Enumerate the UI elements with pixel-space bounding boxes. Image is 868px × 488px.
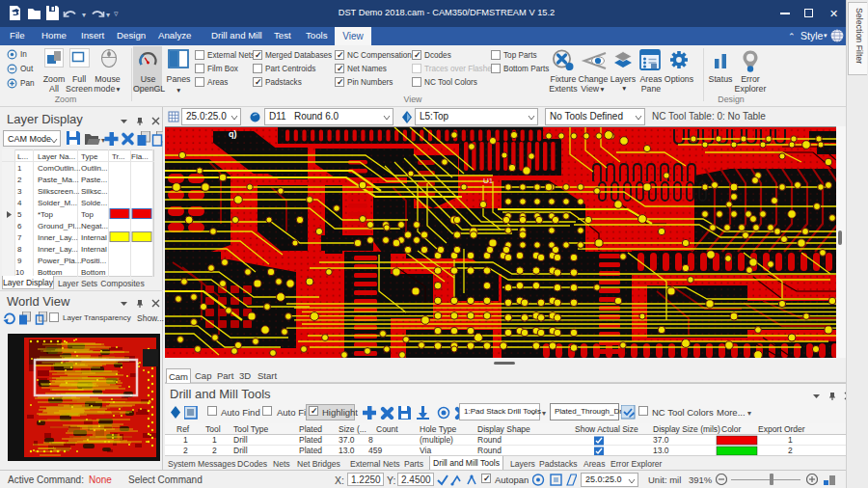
svg-text:Internal: Internal: [81, 245, 107, 254]
svg-text:13.0: 13.0: [339, 446, 355, 455]
svg-text:Solde...: Solde...: [81, 199, 107, 207]
svg-text:Solder_M...: Solder_M...: [38, 199, 77, 207]
svg-text:Inner_Lay...: Inner_Lay...: [38, 245, 78, 254]
svg-text:459: 459: [368, 446, 382, 455]
svg-text:37.0: 37.0: [653, 435, 669, 445]
svg-text:Show Actual Size: Show Actual Size: [575, 424, 638, 434]
svg-text:Hole Type: Hole Type: [420, 424, 456, 434]
svg-text:Outlin...: Outlin...: [81, 164, 108, 173]
svg-text:ComOutlin...: ComOutlin...: [38, 164, 80, 173]
svg-text:Drill: Drill: [233, 435, 248, 445]
svg-text:4: 4: [17, 199, 22, 207]
svg-text:Display Size (mils): Display Size (mils): [653, 424, 720, 434]
svg-text:Count: Count: [376, 424, 398, 434]
svg-text:37.0: 37.0: [339, 435, 355, 445]
svg-text:2: 2: [212, 446, 217, 455]
svg-text:▾: ▾: [106, 11, 110, 19]
svg-text:1: 1: [788, 435, 793, 445]
svg-text:U1: U1: [483, 176, 494, 185]
svg-text:▾: ▾: [82, 11, 86, 19]
svg-text:Layer Na...: Layer Na...: [38, 152, 75, 161]
svg-text:Tr...: Tr...: [112, 152, 124, 161]
svg-text:Bottom: Bottom: [81, 268, 106, 277]
svg-text:Via: Via: [420, 446, 431, 455]
svg-text:▾: ▾: [101, 136, 105, 145]
svg-text:Type: Type: [81, 152, 98, 161]
svg-text:Plated: Plated: [299, 435, 322, 445]
svg-text:Internal: Internal: [81, 233, 107, 242]
svg-text:Paste...: Paste...: [81, 176, 107, 184]
svg-text:6: 6: [17, 222, 22, 230]
svg-text:▿: ▿: [114, 9, 119, 18]
svg-text:Silkscreen...: Silkscreen...: [38, 187, 80, 196]
svg-text:Plated: Plated: [299, 446, 322, 455]
svg-text:1: 1: [183, 435, 188, 445]
svg-text:Display Shape: Display Shape: [477, 424, 530, 434]
svg-text:Tool: Tool: [205, 424, 221, 434]
svg-text:1: 1: [212, 435, 217, 445]
svg-text:9: 9: [17, 257, 22, 265]
svg-text:1: 1: [17, 164, 22, 173]
svg-text:Ground_Pl...: Ground_Pl...: [38, 222, 81, 230]
svg-text:2: 2: [788, 446, 793, 455]
svg-text:2: 2: [183, 446, 188, 455]
svg-text:Negat...: Negat...: [81, 222, 108, 230]
svg-text:Fla...: Fla...: [131, 152, 149, 161]
svg-text:Size (...: Size (...: [339, 424, 366, 434]
svg-text:Color: Color: [721, 424, 741, 434]
svg-text:Ref: Ref: [176, 424, 190, 434]
svg-text:L...: L...: [17, 152, 28, 161]
svg-text:5: 5: [17, 210, 22, 219]
svg-text:Silksc...: Silksc...: [81, 187, 108, 196]
svg-text:Drill: Drill: [233, 446, 248, 455]
svg-text:7: 7: [17, 233, 22, 242]
svg-text:8: 8: [368, 435, 373, 445]
svg-text:(multiple): (multiple): [420, 435, 453, 445]
svg-text:Round: Round: [477, 435, 502, 445]
svg-text:8: 8: [17, 245, 22, 254]
svg-text:13.0: 13.0: [653, 446, 669, 455]
svg-text:2: 2: [17, 176, 22, 184]
svg-text:Tool Type: Tool Type: [233, 424, 269, 434]
svg-text:*Top: *Top: [38, 210, 54, 219]
svg-text:q): q): [229, 129, 237, 139]
svg-text:Top: Top: [81, 210, 94, 219]
svg-text:3: 3: [17, 187, 22, 196]
svg-text:Paste_Ma...: Paste_Ma...: [38, 176, 79, 184]
svg-text:Inner_Lay...: Inner_Lay...: [38, 233, 78, 242]
svg-text:Power_Pla...: Power_Pla...: [38, 257, 81, 265]
svg-text:Positi...: Positi...: [81, 257, 106, 265]
svg-text:Round: Round: [477, 446, 502, 455]
svg-text:Plated: Plated: [299, 424, 322, 434]
svg-text:Export Order: Export Order: [758, 424, 805, 434]
